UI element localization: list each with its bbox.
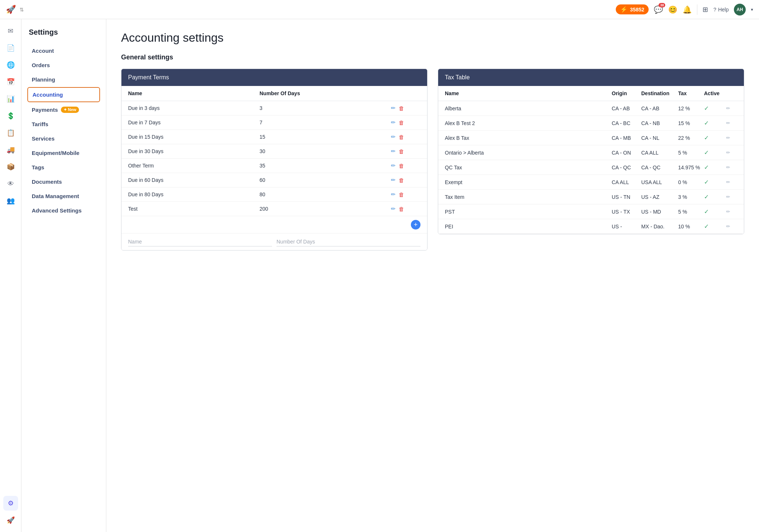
delete-icon[interactable]: 🗑 — [399, 177, 404, 183]
rail-icon-document[interactable]: 📄 — [3, 41, 18, 55]
col-name: Name — [128, 90, 260, 96]
rail-icon-calendar[interactable]: 📅 — [3, 75, 18, 89]
chevron-down-icon[interactable]: ▾ — [751, 7, 753, 12]
rail-icon-chart[interactable]: 📊 — [3, 91, 18, 106]
edit-icon[interactable]: ✏ — [391, 191, 396, 198]
row-destination: CA - AB — [641, 106, 678, 111]
row-days: 7 — [260, 120, 391, 125]
row-origin: CA - QC — [612, 165, 641, 170]
new-days-input[interactable] — [277, 237, 420, 246]
row-name: Tax Item — [445, 194, 612, 200]
edit-icon[interactable]: ✏ — [391, 119, 396, 126]
edit-icon[interactable]: ✏ — [391, 134, 396, 140]
delete-icon[interactable]: 🗑 — [399, 134, 404, 140]
edit-icon[interactable]: ✏ — [726, 150, 737, 155]
edit-icon[interactable]: ✏ — [391, 148, 396, 155]
bell-button[interactable]: 🔔 — [683, 5, 692, 14]
add-payment-term-button[interactable]: + — [411, 220, 420, 229]
sidebar-item-label: Payments — [32, 107, 58, 113]
sidebar-item-tariffs[interactable]: Tariffs — [27, 117, 100, 131]
edit-icon[interactable]: ✏ — [726, 135, 737, 141]
edit-icon[interactable]: ✏ — [391, 105, 396, 111]
grid-button[interactable]: ⊞ — [703, 6, 708, 14]
delete-icon[interactable]: 🗑 — [399, 191, 404, 198]
help-button[interactable]: ? Help — [713, 7, 729, 13]
edit-icon[interactable]: ✏ — [726, 120, 737, 126]
rail-icon-dollar[interactable]: 💲 — [3, 108, 18, 123]
sidebar-item-label: Tariffs — [32, 121, 48, 127]
rail-icon-team[interactable]: 👥 — [3, 193, 18, 208]
rail-icon-rocket-bottom[interactable]: 🚀 — [3, 513, 18, 528]
row-name: PEI — [445, 224, 612, 229]
score-value: 35852 — [630, 7, 644, 13]
row-tax: 0 % — [678, 179, 704, 185]
sidebar-item-orders[interactable]: Orders — [27, 58, 100, 72]
sidebar-item-advanced[interactable]: Advanced Settings — [27, 204, 100, 217]
table-row: Alex B Test 2 CA - BC CA - NB 15 % ✓ ✏ — [438, 116, 744, 131]
sidebar-item-payments[interactable]: Payments ✦ New — [27, 103, 100, 117]
row-tax: 14.975 % — [678, 165, 704, 170]
rail-icon-clipboard[interactable]: 📋 — [3, 125, 18, 140]
messages-button[interactable]: 💬 38 — [654, 5, 663, 14]
delete-icon[interactable]: 🗑 — [399, 105, 404, 111]
edit-icon[interactable]: ✏ — [726, 165, 737, 170]
add-row: + — [121, 216, 427, 234]
edit-icon[interactable]: ✏ — [726, 224, 737, 229]
sidebar-item-tags[interactable]: Tags — [27, 160, 100, 174]
sidebar-item-equipment[interactable]: Equipment/Mobile — [27, 146, 100, 160]
sidebar-item-documents[interactable]: Documents — [27, 175, 100, 189]
rail-icon-truck[interactable]: 🚚 — [3, 142, 18, 157]
row-name: Due in 60 Days — [128, 177, 260, 183]
sidebar-item-planning[interactable]: Planning — [27, 73, 100, 86]
tax-table-columns: Name Origin Destination Tax Active — [438, 86, 744, 101]
edit-icon[interactable]: ✏ — [726, 106, 737, 111]
rail-icon-people[interactable]: 👁 — [3, 176, 18, 191]
row-name: Alberta — [445, 106, 612, 111]
sidebar-item-label: Documents — [32, 179, 62, 185]
score-badge[interactable]: ⚡ 35852 — [616, 4, 649, 14]
rail-icon-gear[interactable]: ⚙ — [3, 496, 18, 511]
sort-icon[interactable]: ⇅ — [20, 7, 24, 13]
sidebar-item-services[interactable]: Services — [27, 132, 100, 145]
rail-icon-globe[interactable]: 🌐 — [3, 58, 18, 72]
table-row: Due in 3 days 3 ✏ 🗑 — [121, 101, 427, 115]
delete-icon[interactable]: 🗑 — [399, 206, 404, 212]
chat-button[interactable]: 😊 — [668, 5, 677, 14]
row-destination: US - AZ — [641, 194, 678, 200]
delete-icon[interactable]: 🗑 — [399, 148, 404, 155]
sidebar-item-account[interactable]: Account — [27, 44, 100, 58]
edit-icon[interactable]: ✏ — [391, 177, 396, 183]
row-name: Exempt — [445, 179, 612, 185]
rail-icon-mail[interactable]: ✉ — [3, 24, 18, 38]
sidebar-item-label: Equipment/Mobile — [32, 150, 79, 156]
table-row: Due in 60 Days 60 ✏ 🗑 — [121, 173, 427, 187]
sidebar-title: Settings — [27, 28, 100, 37]
delete-icon[interactable]: 🗑 — [399, 120, 404, 126]
edit-icon[interactable]: ✏ — [726, 209, 737, 214]
row-destination: CA ALL — [641, 150, 678, 156]
table-row: Due in 80 Days 80 ✏ 🗑 — [121, 187, 427, 202]
edit-icon[interactable]: ✏ — [726, 179, 737, 185]
sidebar-item-data-management[interactable]: Data Management — [27, 189, 100, 203]
avatar[interactable]: AH — [734, 4, 746, 15]
active-check-icon: ✓ — [704, 208, 726, 215]
action-icons: ✏ 🗑 — [391, 205, 420, 212]
table-row: Tax Item US - TN US - AZ 3 % ✓ ✏ — [438, 190, 744, 204]
new-name-input[interactable] — [128, 237, 272, 246]
payment-terms-body: Name Number Of Days Due in 3 days 3 ✏ 🗑 — [121, 86, 427, 250]
sidebar-item-label: Account — [32, 48, 54, 54]
sidebar-item-accounting[interactable]: Accounting — [27, 87, 100, 102]
rail-icon-box[interactable]: 📦 — [3, 159, 18, 174]
row-destination: CA - NB — [641, 120, 678, 126]
edit-icon[interactable]: ✏ — [726, 194, 737, 200]
edit-icon[interactable]: ✏ — [391, 205, 396, 212]
rocket-icon[interactable]: 🚀 — [6, 5, 16, 14]
table-row: PST US - TX US - MD 5 % ✓ ✏ — [438, 204, 744, 219]
sidebar-item-label: Tags — [32, 164, 44, 170]
row-tax: 3 % — [678, 194, 704, 200]
table-row: Due in 7 Days 7 ✏ 🗑 — [121, 115, 427, 130]
sidebar-item-label: Planning — [32, 76, 55, 83]
delete-icon[interactable]: 🗑 — [399, 163, 404, 169]
edit-icon[interactable]: ✏ — [391, 162, 396, 169]
col-origin: Origin — [612, 90, 641, 96]
